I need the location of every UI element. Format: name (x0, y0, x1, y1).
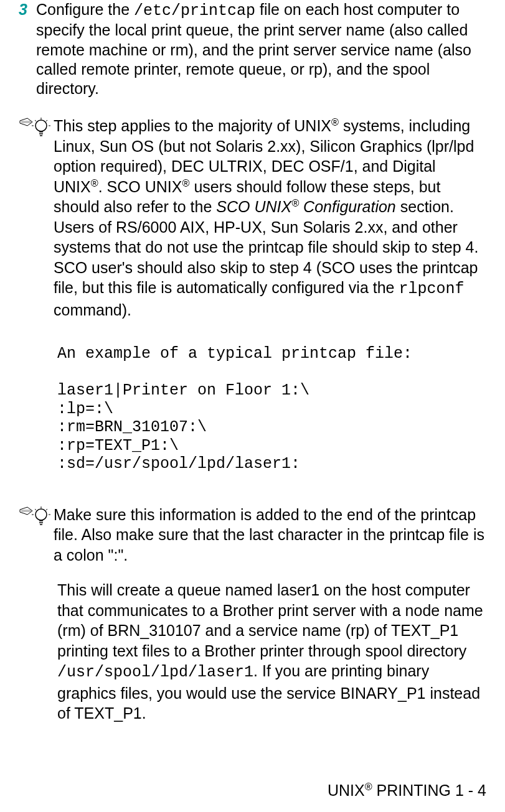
svg-line-8 (46, 120, 47, 121)
svg-point-13 (35, 509, 47, 520)
note1-italic: SCO UNIX® Configuration (216, 198, 396, 215)
lightbulb-note-icon (19, 116, 54, 143)
note1-reg2: ® (91, 177, 98, 188)
svg-line-7 (35, 120, 36, 121)
footer-reg: ® (365, 781, 372, 792)
lightbulb-note-icon (19, 505, 54, 532)
footer-after: PRINTING 1 - 4 (372, 782, 486, 799)
note-2-text: Make sure this information is added to t… (54, 505, 486, 566)
note1-seg6: command). (54, 301, 131, 319)
note-1: This step applies to the majority of UNI… (19, 116, 486, 320)
svg-point-2 (35, 120, 47, 131)
note1-italic-reg: ® (291, 197, 299, 208)
svg-line-19 (46, 509, 47, 510)
note-1-text: This step applies to the majority of UNI… (54, 116, 486, 320)
note1-reg1: ® (331, 116, 339, 128)
step-text-before: Configure the (36, 1, 134, 18)
svg-line-18 (35, 509, 36, 510)
note1-seg1: This step applies to the majority of UNI… (54, 117, 331, 134)
note1-code: rlpconf (399, 280, 464, 298)
footer-before: UNIX (328, 782, 365, 799)
note-2: Make sure this information is added to t… (19, 505, 486, 566)
note1-seg3: . SCO UNIX (98, 178, 182, 195)
note1-italic-before: SCO UNIX (216, 198, 291, 215)
note1-italic-after: Configuration (299, 198, 396, 215)
step-number: 3 (19, 0, 36, 19)
step-3: 3 Configure the /etc/printcap file on ea… (19, 0, 486, 98)
step-code-inline: /etc/printcap (134, 2, 255, 20)
body-code: /usr/spool/lpd/laser1 (57, 663, 253, 681)
printcap-example-code: An example of a typical printcap file: l… (57, 345, 486, 474)
step-text: Configure the /etc/printcap file on each… (36, 0, 486, 98)
body-paragraph: This will create a queue named laser1 on… (57, 580, 486, 724)
page-footer: UNIX® PRINTING 1 - 4 (328, 782, 486, 800)
note1-reg3: ® (182, 177, 189, 188)
body-seg1: This will create a queue named laser1 on… (57, 581, 483, 660)
